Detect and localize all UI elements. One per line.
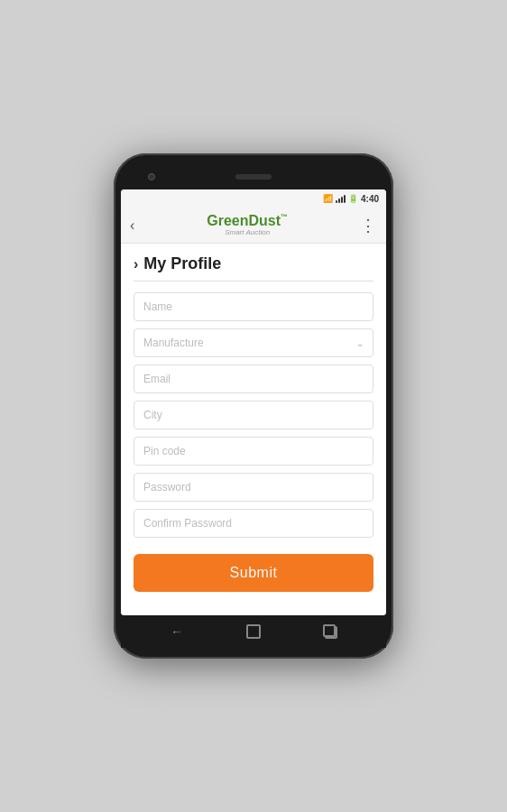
email-field-wrapper bbox=[134, 364, 373, 393]
menu-button[interactable]: ⋮ bbox=[360, 217, 377, 234]
logo-trademark: ™ bbox=[281, 214, 288, 221]
content-area: › My Profile Manufacture ⌄ bbox=[121, 244, 386, 615]
app-header: ‹ Green Dust ™ Smart Auction ⋮ bbox=[121, 208, 386, 244]
logo-dust-text: Dust bbox=[249, 214, 281, 228]
password-input[interactable] bbox=[134, 473, 373, 502]
pincode-input[interactable] bbox=[134, 437, 373, 466]
logo: Green Dust ™ Smart Auction bbox=[207, 214, 288, 236]
page-title: My Profile bbox=[143, 254, 221, 273]
recents-nav-icon[interactable] bbox=[323, 624, 336, 637]
phone-speaker bbox=[235, 174, 272, 180]
logo-subtitle: Smart Auction bbox=[225, 228, 270, 236]
wifi-icon: 📶 bbox=[323, 194, 333, 203]
password-field-wrapper bbox=[134, 473, 373, 502]
phone-bottom-bar: ← bbox=[121, 615, 386, 648]
manufacture-field-wrapper[interactable]: Manufacture ⌄ bbox=[134, 328, 373, 357]
logo-green-text: Green bbox=[207, 214, 248, 228]
name-input[interactable] bbox=[134, 292, 373, 321]
name-field-wrapper bbox=[134, 292, 373, 321]
phone-screen: 📶 🔋 4:40 ‹ Green Dust bbox=[121, 189, 386, 615]
signal-bars-icon bbox=[336, 194, 346, 203]
battery-icon: 🔋 bbox=[348, 194, 358, 203]
chevron-down-icon: ⌄ bbox=[356, 338, 364, 348]
back-nav-icon[interactable]: ← bbox=[171, 624, 183, 639]
email-input[interactable] bbox=[134, 364, 373, 393]
phone-device: 📶 🔋 4:40 ‹ Green Dust bbox=[114, 153, 393, 659]
home-nav-icon[interactable] bbox=[246, 624, 261, 639]
phone-camera bbox=[148, 173, 155, 180]
manufacture-placeholder: Manufacture bbox=[143, 337, 204, 349]
city-input[interactable] bbox=[134, 401, 373, 429]
status-icons: 📶 🔋 4:40 bbox=[323, 194, 379, 204]
page-title-row: › My Profile bbox=[134, 254, 373, 273]
submit-button[interactable]: Submit bbox=[134, 554, 373, 592]
phone-top-bar bbox=[121, 164, 386, 189]
title-divider bbox=[134, 281, 373, 281]
back-button[interactable]: ‹ bbox=[130, 217, 134, 234]
city-field-wrapper bbox=[134, 401, 373, 429]
confirm-password-input[interactable] bbox=[134, 509, 373, 538]
status-time: 4:40 bbox=[361, 194, 379, 204]
confirm-password-field-wrapper bbox=[134, 509, 373, 538]
status-bar: 📶 🔋 4:40 bbox=[121, 189, 386, 208]
pincode-field-wrapper bbox=[134, 437, 373, 466]
manufacture-select[interactable]: Manufacture ⌄ bbox=[134, 328, 373, 357]
breadcrumb-chevron: › bbox=[134, 256, 138, 272]
